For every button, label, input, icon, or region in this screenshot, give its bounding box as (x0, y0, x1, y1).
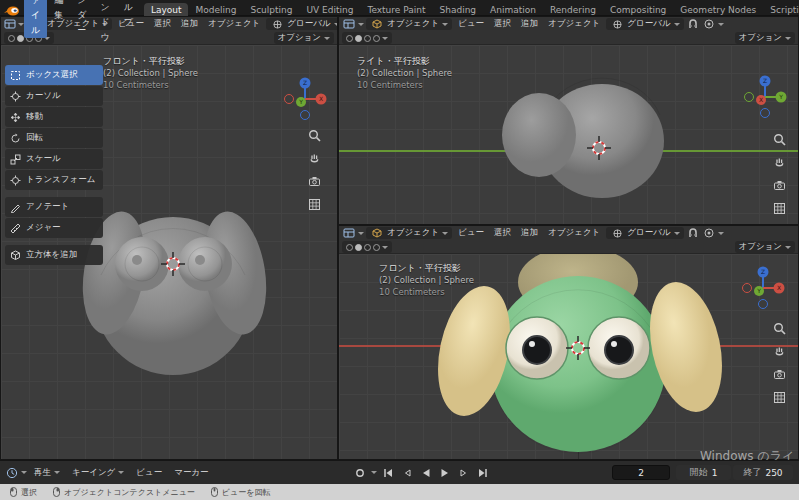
tool-annotate[interactable]: アノテート (5, 197, 103, 217)
camera-view-icon[interactable] (771, 366, 787, 382)
timeline-menu-view[interactable]: ビュー (131, 467, 167, 479)
shading-solid-icon[interactable] (355, 35, 362, 42)
tool-move[interactable]: 移動 (5, 107, 103, 127)
options-dropdown[interactable]: オプション (735, 241, 796, 253)
shading-wireframe-icon[interactable] (346, 35, 353, 42)
menu-view[interactable]: ビュー (454, 18, 488, 30)
zoom-icon[interactable] (306, 127, 322, 143)
current-frame-field[interactable]: 2 (612, 465, 670, 480)
menu-object[interactable]: オブジェクト (204, 18, 264, 30)
editor-type-icon[interactable] (342, 18, 356, 30)
menu-add[interactable]: 追加 (177, 18, 202, 30)
tab-scripting[interactable]: Scripting (763, 3, 799, 16)
svg-text:Y: Y (298, 98, 303, 105)
shading-rendered-icon[interactable] (373, 244, 380, 251)
annotate-icon (9, 201, 22, 214)
shading-wireframe-icon[interactable] (8, 35, 15, 42)
menu-select[interactable]: 選択 (490, 227, 515, 239)
menu-object[interactable]: オブジェクト (544, 227, 604, 239)
options-dropdown[interactable]: オプション (735, 32, 796, 44)
timeline-menu-playback[interactable]: 再生 (29, 467, 65, 479)
tab-uv-editing[interactable]: UV Editing (299, 3, 360, 16)
orientation-dropdown[interactable]: グローバル (606, 227, 683, 239)
tool-box-select[interactable]: ボックス選択 (5, 65, 103, 85)
menu-object[interactable]: オブジェクト (544, 18, 604, 30)
snap-magnet-icon[interactable] (686, 18, 700, 30)
shading-rendered-icon[interactable] (373, 35, 380, 42)
perspective-grid-icon[interactable] (771, 389, 787, 405)
menu-add[interactable]: 追加 (517, 227, 542, 239)
navigation-gizmo[interactable]: Z Y X (739, 71, 791, 127)
snap-magnet-icon[interactable] (686, 227, 700, 239)
camera-view-icon[interactable] (771, 177, 787, 193)
viewport-canvas-front-colored[interactable]: フロント・平行投影 (2) Collection | Sphere 10 Cen… (339, 254, 798, 459)
jump-to-start-button[interactable] (380, 466, 396, 480)
menu-window[interactable]: ウィンドウ (93, 0, 116, 45)
pan-hand-icon[interactable] (771, 154, 787, 170)
menu-file[interactable]: ファイル (24, 0, 47, 38)
proportional-edit-icon[interactable] (702, 18, 716, 30)
zoom-icon[interactable] (771, 320, 787, 336)
tab-modeling[interactable]: Modeling (188, 3, 243, 16)
rotate-icon (9, 132, 22, 145)
play-button[interactable] (437, 466, 453, 480)
perspective-grid-icon[interactable] (306, 196, 322, 212)
navigation-gizmo[interactable]: Z X Y (737, 262, 789, 318)
tool-cursor[interactable]: カーソル (5, 86, 103, 106)
menu-render[interactable]: レンダー (70, 0, 93, 38)
tool-measure[interactable]: メジャー (5, 218, 103, 238)
perspective-grid-icon[interactable] (771, 200, 787, 216)
menu-edit[interactable]: 編集 (47, 0, 70, 23)
mode-dropdown[interactable]: オブジェクト (366, 227, 452, 239)
orientation-dropdown[interactable]: グローバル (606, 18, 683, 30)
shading-solid-icon[interactable] (355, 244, 362, 251)
zoom-icon[interactable] (771, 131, 787, 147)
menu-help[interactable]: ヘルプ (117, 0, 140, 30)
shading-material-icon[interactable] (364, 35, 371, 42)
viewport-canvas-right[interactable]: ライト・平行投影 (2) Collection | Sphere 10 Cent… (339, 45, 798, 224)
shading-material-icon[interactable] (364, 244, 371, 251)
frame-start-field[interactable]: 開始 1 (676, 465, 731, 480)
shading-solid-icon[interactable] (17, 35, 24, 42)
timeline-editor-icon[interactable] (5, 467, 19, 479)
menu-select[interactable]: 選択 (150, 18, 175, 30)
pan-hand-icon[interactable] (306, 150, 322, 166)
mode-dropdown[interactable]: オブジェクト (366, 18, 452, 30)
tab-texture-paint[interactable]: Texture Paint (360, 3, 432, 16)
pan-hand-icon[interactable] (771, 343, 787, 359)
menu-select[interactable]: 選択 (490, 18, 515, 30)
menu-add[interactable]: 追加 (517, 18, 542, 30)
tool-rotate[interactable]: 回転 (5, 128, 103, 148)
tab-layout[interactable]: Layout (144, 3, 189, 16)
frame-end-field[interactable]: 終了 250 (733, 465, 793, 480)
play-reverse-button[interactable] (418, 466, 434, 480)
tab-compositing[interactable]: Compositing (603, 3, 673, 16)
tool-scale[interactable]: スケール (5, 149, 103, 169)
next-keyframe-button[interactable] (456, 466, 472, 480)
menu-view[interactable]: ビュー (454, 227, 488, 239)
timeline-menu-keying[interactable]: キーイング (67, 467, 129, 479)
tab-shading[interactable]: Shading (433, 3, 484, 16)
timeline-menu-marker[interactable]: マーカー (169, 467, 213, 479)
tab-geometry-nodes[interactable]: Geometry Nodes (673, 3, 763, 16)
options-dropdown[interactable]: オプション (274, 32, 335, 44)
prev-keyframe-button[interactable] (399, 466, 415, 480)
tab-sculpting[interactable]: Sculpting (243, 3, 299, 16)
shading-wireframe-icon[interactable] (346, 244, 353, 251)
object-mode-icon (370, 227, 384, 239)
svg-text:Y: Y (756, 287, 761, 294)
tab-animation[interactable]: Animation (483, 3, 543, 16)
editor-type-icon[interactable] (342, 227, 356, 239)
tab-rendering[interactable]: Rendering (543, 3, 603, 16)
proportional-edit-icon[interactable] (702, 227, 716, 239)
orientation-dropdown[interactable]: グローバル (266, 18, 337, 30)
camera-view-icon[interactable] (306, 173, 322, 189)
blender-logo-icon[interactable] (3, 2, 21, 14)
jump-to-end-button[interactable] (475, 466, 491, 480)
tool-transform[interactable]: トランスフォーム (5, 170, 103, 190)
viewport-canvas-front[interactable]: ボックス選択 カーソル 移動 回転 スケール (1, 45, 337, 459)
auto-key-record-icon[interactable] (352, 466, 368, 480)
editor-type-icon[interactable] (4, 18, 16, 30)
navigation-gizmo[interactable]: Z X Y (279, 73, 331, 129)
tool-add-cube[interactable]: 立方体を追加 (5, 245, 103, 265)
